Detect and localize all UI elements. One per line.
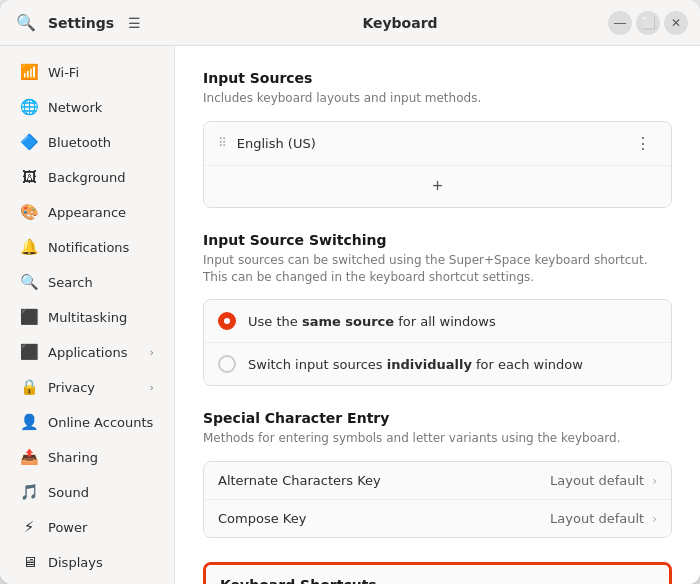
appearance-icon: 🎨 <box>20 203 38 221</box>
keyboard-shortcuts-section: Keyboard Shortcuts View and Customize Sh… <box>203 562 672 584</box>
sidebar-item-label: Sharing <box>48 450 98 465</box>
chevron-icon: › <box>150 346 154 359</box>
compose-key-item[interactable]: Compose Key Layout default › <box>204 500 671 537</box>
bluetooth-icon: 🔷 <box>20 133 38 151</box>
compose-key-value: Layout default <box>550 511 644 526</box>
sidebar-item-label: Search <box>48 275 93 290</box>
sidebar-item-bluetooth[interactable]: 🔷 Bluetooth <box>6 125 168 159</box>
radio-individual-source-indicator <box>218 355 236 373</box>
input-switching-section: Input Source Switching Input sources can… <box>203 232 672 387</box>
background-icon: 🖼 <box>20 168 38 186</box>
shortcuts-header: Keyboard Shortcuts <box>206 565 669 584</box>
multitasking-icon: ⬛ <box>20 308 38 326</box>
sidebar-item-label: Appearance <box>48 205 126 220</box>
power-icon: ⚡ <box>20 518 38 536</box>
settings-window-title: Settings <box>48 15 114 31</box>
alternate-chars-label: Alternate Characters Key <box>218 473 550 488</box>
sidebar-item-label: Background <box>48 170 126 185</box>
titlebar: 🔍 Settings ☰ Keyboard — ⬜ ✕ <box>0 0 700 46</box>
sidebar-item-label: Displays <box>48 555 103 570</box>
sidebar-item-online-accounts[interactable]: 👤 Online Accounts <box>6 405 168 439</box>
radio-individual-source[interactable]: Switch input sources individually for ea… <box>204 343 671 385</box>
sidebar-item-network[interactable]: 🌐 Network <box>6 90 168 124</box>
drag-icon: ⠿ <box>218 136 227 150</box>
sidebar-item-label: Wi-Fi <box>48 65 79 80</box>
sidebar-item-displays[interactable]: 🖥 Displays <box>6 545 168 579</box>
network-icon: 🌐 <box>20 98 38 116</box>
sidebar-item-wifi[interactable]: 📶 Wi-Fi <box>6 55 168 89</box>
sidebar-item-label: Sound <box>48 485 89 500</box>
notifications-icon: 🔔 <box>20 238 38 256</box>
input-switching-options: Use the same source for all windows Swit… <box>203 299 672 386</box>
sharing-icon: 📤 <box>20 448 38 466</box>
compose-key-label: Compose Key <box>218 511 550 526</box>
sidebar-item-privacy[interactable]: 🔒 Privacy › <box>6 370 168 404</box>
special-char-list: Alternate Characters Key Layout default … <box>203 461 672 538</box>
menu-button[interactable]: ☰ <box>122 11 147 35</box>
list-item: ⠿ English (US) ⋮ <box>204 122 671 166</box>
keyboard-title: Keyboard <box>192 15 608 31</box>
sidebar-item-label: Multitasking <box>48 310 127 325</box>
sidebar-item-notifications[interactable]: 🔔 Notifications <box>6 230 168 264</box>
sidebar-item-applications[interactable]: ⬛ Applications › <box>6 335 168 369</box>
sidebar: 📶 Wi-Fi 🌐 Network 🔷 Bluetooth 🖼 Backgrou… <box>0 46 175 584</box>
special-char-title: Special Character Entry <box>203 410 672 426</box>
sidebar-item-power[interactable]: ⚡ Power <box>6 510 168 544</box>
compose-key-chevron-icon: › <box>652 512 657 526</box>
content-area: 📶 Wi-Fi 🌐 Network 🔷 Bluetooth 🖼 Backgrou… <box>0 46 700 584</box>
alternate-chars-item[interactable]: Alternate Characters Key Layout default … <box>204 462 671 500</box>
input-source-label: English (US) <box>237 136 629 151</box>
maximize-button[interactable]: ⬜ <box>636 11 660 35</box>
sidebar-item-label: Online Accounts <box>48 415 153 430</box>
sidebar-item-sound[interactable]: 🎵 Sound <box>6 475 168 509</box>
sidebar-item-appearance[interactable]: 🎨 Appearance <box>6 195 168 229</box>
sidebar-item-sharing[interactable]: 📤 Sharing <box>6 440 168 474</box>
sidebar-item-label: Network <box>48 100 102 115</box>
sidebar-item-label: Applications <box>48 345 127 360</box>
main-content: Input Sources Includes keyboard layouts … <box>175 46 700 584</box>
window-controls: — ⬜ ✕ <box>608 11 688 35</box>
more-options-button[interactable]: ⋮ <box>629 132 657 155</box>
search-button[interactable]: 🔍 <box>12 9 40 36</box>
sound-icon: 🎵 <box>20 483 38 501</box>
close-button[interactable]: ✕ <box>664 11 688 35</box>
radio-same-source-label: Use the same source for all windows <box>248 314 496 329</box>
sidebar-item-multitasking[interactable]: ⬛ Multitasking <box>6 300 168 334</box>
alternate-chars-value: Layout default <box>550 473 644 488</box>
input-sources-desc: Includes keyboard layouts and input meth… <box>203 90 672 107</box>
input-sources-section: Input Sources Includes keyboard layouts … <box>203 70 672 208</box>
search-icon: 🔍 <box>20 273 38 291</box>
sidebar-item-label: Power <box>48 520 87 535</box>
shortcuts-title: Keyboard Shortcuts <box>220 577 655 584</box>
add-input-source-button[interactable]: + <box>204 166 671 207</box>
sidebar-item-label: Bluetooth <box>48 135 111 150</box>
radio-same-source[interactable]: Use the same source for all windows <box>204 300 671 343</box>
input-switching-desc: Input sources can be switched using the … <box>203 252 672 286</box>
displays-icon: 🖥 <box>20 553 38 571</box>
minimize-button[interactable]: — <box>608 11 632 35</box>
radio-individual-source-label: Switch input sources individually for ea… <box>248 357 583 372</box>
input-switching-title: Input Source Switching <box>203 232 672 248</box>
privacy-icon: 🔒 <box>20 378 38 396</box>
titlebar-left: 🔍 Settings ☰ <box>12 9 192 36</box>
sidebar-item-label: Notifications <box>48 240 129 255</box>
radio-same-source-indicator <box>218 312 236 330</box>
sidebar-item-search[interactable]: 🔍 Search <box>6 265 168 299</box>
sidebar-item-background[interactable]: 🖼 Background <box>6 160 168 194</box>
input-sources-title: Input Sources <box>203 70 672 86</box>
wifi-icon: 📶 <box>20 63 38 81</box>
settings-window: 🔍 Settings ☰ Keyboard — ⬜ ✕ 📶 Wi-Fi 🌐 Ne… <box>0 0 700 584</box>
chevron-icon: › <box>150 381 154 394</box>
applications-icon: ⬛ <box>20 343 38 361</box>
special-char-desc: Methods for entering symbols and letter … <box>203 430 672 447</box>
sidebar-item-mouse[interactable]: 🖱 Mouse & Touchpad <box>6 580 168 584</box>
special-char-section: Special Character Entry Methods for ente… <box>203 410 672 538</box>
input-sources-list: ⠿ English (US) ⋮ + <box>203 121 672 208</box>
alternate-chars-chevron-icon: › <box>652 474 657 488</box>
sidebar-item-label: Privacy <box>48 380 95 395</box>
online-accounts-icon: 👤 <box>20 413 38 431</box>
